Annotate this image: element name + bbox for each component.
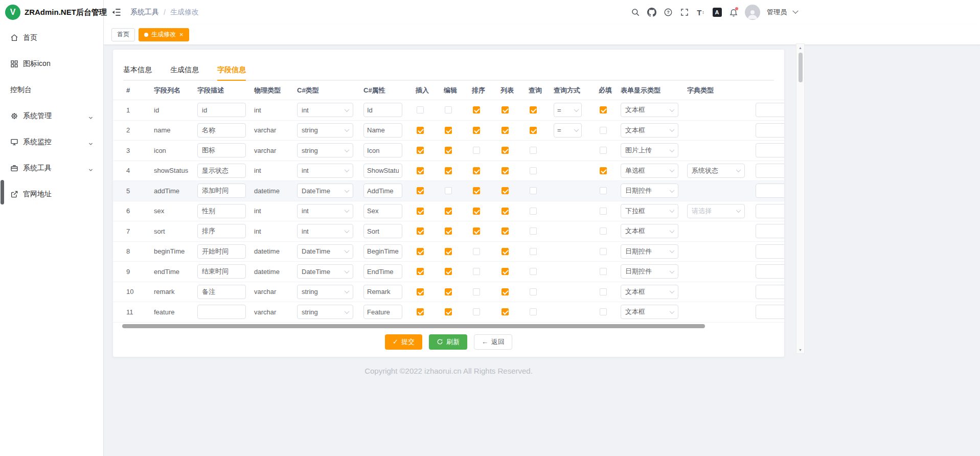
insert-checkbox[interactable] (417, 147, 424, 154)
description-input[interactable] (197, 285, 246, 299)
query-type-select[interactable]: = (554, 123, 582, 138)
csharp-property-input[interactable] (363, 264, 402, 279)
csharp-type-select[interactable]: string (297, 285, 353, 299)
query-checkbox[interactable] (530, 208, 537, 215)
csharp-type-select[interactable]: string (297, 305, 353, 319)
sort-checkbox[interactable] (473, 268, 480, 275)
query-checkbox[interactable] (530, 147, 537, 154)
csharp-type-select[interactable]: DateTime (297, 264, 353, 279)
horizontal-scrollbar-thumb[interactable] (122, 324, 705, 328)
fullscreen-icon[interactable] (679, 8, 689, 17)
insert-checkbox[interactable] (417, 106, 424, 113)
tab-field-info[interactable]: 字段信息 (208, 60, 255, 80)
extra-input[interactable] (756, 285, 784, 299)
description-input[interactable] (197, 264, 246, 279)
breadcrumb-item[interactable]: 系统工具 (130, 8, 159, 17)
display-type-select[interactable]: 日期控件 (621, 184, 678, 198)
required-checkbox[interactable] (600, 288, 607, 295)
list-checkbox[interactable] (502, 288, 509, 295)
sort-checkbox[interactable] (473, 187, 480, 194)
sidebar-item-system-tools[interactable]: 系统工具 (0, 155, 103, 181)
list-checkbox[interactable] (502, 147, 509, 154)
scroll-down-arrow[interactable]: ▼ (796, 346, 804, 353)
sort-checkbox[interactable] (473, 147, 480, 154)
description-input[interactable] (197, 123, 246, 138)
edit-checkbox[interactable] (445, 227, 452, 235)
sidebar-item-console[interactable]: 控制台 (0, 77, 103, 103)
edit-checkbox[interactable] (445, 208, 452, 215)
notification-bell-icon[interactable] (728, 8, 738, 17)
list-checkbox[interactable] (502, 187, 509, 194)
sort-checkbox[interactable] (473, 288, 480, 295)
list-checkbox[interactable] (502, 106, 509, 113)
display-type-select[interactable]: 图片上传 (621, 143, 678, 157)
edit-checkbox[interactable] (445, 187, 452, 194)
description-input[interactable] (197, 164, 246, 178)
extra-input[interactable] (756, 224, 784, 238)
insert-checkbox[interactable] (417, 127, 424, 134)
required-checkbox[interactable] (600, 106, 607, 113)
query-checkbox[interactable] (530, 106, 537, 113)
submit-button[interactable]: ✓ 提交 (385, 334, 422, 350)
font-size-icon[interactable]: T↕ (696, 8, 705, 17)
sort-checkbox[interactable] (473, 248, 480, 255)
csharp-type-select[interactable]: int (297, 204, 353, 218)
insert-checkbox[interactable] (417, 288, 424, 295)
required-checkbox[interactable] (600, 208, 607, 215)
query-checkbox[interactable] (530, 127, 537, 134)
csharp-property-input[interactable] (363, 103, 402, 117)
sidebar-item-official-site[interactable]: 官网地址 (0, 181, 103, 207)
query-checkbox[interactable] (530, 227, 537, 235)
description-input[interactable] (197, 224, 246, 238)
csharp-type-select[interactable]: int (297, 164, 353, 178)
scroll-up-arrow[interactable]: ▲ (796, 44, 804, 51)
tag-generate-edit[interactable]: 生成修改 × (139, 28, 189, 41)
csharp-property-input[interactable] (363, 305, 402, 319)
list-checkbox[interactable] (502, 167, 509, 174)
app-logo[interactable]: V ZRAdmin.NET后台管理 (0, 0, 103, 25)
list-checkbox[interactable] (502, 127, 509, 134)
sidebar-item-system-manage[interactable]: 系统管理 (0, 103, 103, 129)
vertical-scrollbar[interactable]: ▲ ▼ (796, 43, 805, 354)
search-icon[interactable] (630, 8, 640, 17)
list-checkbox[interactable] (502, 208, 509, 215)
csharp-property-input[interactable] (363, 164, 402, 178)
sort-checkbox[interactable] (473, 106, 480, 113)
edit-checkbox[interactable] (445, 147, 452, 154)
back-button[interactable]: ← 返回 (474, 334, 512, 350)
display-type-select[interactable]: 文本框 (621, 103, 678, 117)
extra-input[interactable] (756, 264, 784, 279)
description-input[interactable] (197, 103, 246, 117)
refresh-button[interactable]: 刷新 (429, 334, 467, 350)
query-checkbox[interactable] (530, 268, 537, 275)
csharp-type-select[interactable]: DateTime (297, 244, 353, 259)
csharp-property-input[interactable] (363, 143, 402, 157)
csharp-property-input[interactable] (363, 123, 402, 138)
user-name[interactable]: 管理员 (767, 8, 787, 17)
sidebar-item-home[interactable]: 首页 (0, 25, 103, 51)
edit-checkbox[interactable] (445, 127, 452, 134)
csharp-type-select[interactable]: string (297, 123, 353, 138)
required-checkbox[interactable] (600, 167, 607, 174)
sidebar-item-system-monitor[interactable]: 系统监控 (0, 129, 103, 155)
display-type-select[interactable]: 单选框 (621, 164, 678, 178)
horizontal-scrollbar[interactable] (122, 324, 705, 328)
display-type-select[interactable]: 日期控件 (621, 244, 678, 259)
edit-checkbox[interactable] (445, 268, 452, 275)
avatar[interactable] (745, 5, 760, 20)
edit-checkbox[interactable] (445, 248, 452, 255)
sort-checkbox[interactable] (473, 167, 480, 174)
csharp-property-input[interactable] (363, 285, 402, 299)
required-checkbox[interactable] (600, 308, 607, 315)
display-type-select[interactable]: 文本框 (621, 285, 678, 299)
list-checkbox[interactable] (502, 248, 509, 255)
close-icon[interactable]: × (179, 31, 184, 38)
query-checkbox[interactable] (530, 167, 537, 174)
tab-basic-info[interactable]: 基本信息 (123, 60, 161, 80)
display-type-select[interactable]: 文本框 (621, 123, 678, 138)
extra-input[interactable] (756, 184, 784, 198)
display-type-select[interactable]: 日期控件 (621, 264, 678, 279)
edit-checkbox[interactable] (445, 167, 452, 174)
dict-type-select[interactable]: 请选择 (687, 204, 745, 218)
required-checkbox[interactable] (600, 187, 607, 194)
